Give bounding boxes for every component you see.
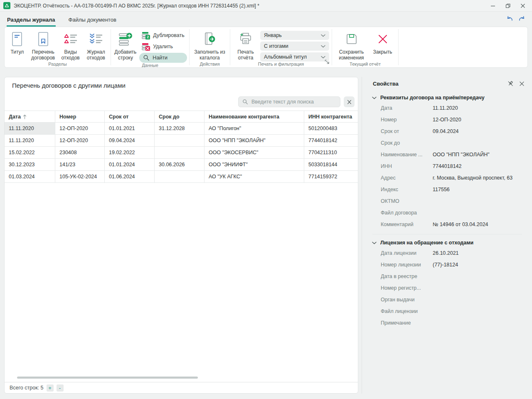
table-row: 15.02.2022 230408 19.02.2022 ООО "ЭКОСЕР… [5, 147, 358, 159]
delete-row-button[interactable]: Удалить [139, 42, 187, 52]
cell-counterparty-name[interactable]: ООО "ЭКОСЕРВИС" [204, 147, 304, 159]
horizontal-scrollbar-thumb[interactable] [17, 377, 198, 379]
titul-button[interactable]: Титул [7, 29, 27, 56]
chevron-down-icon [321, 34, 325, 37]
cell-term-to[interactable]: 31.12.2028 [155, 123, 204, 135]
ribbon-group-data: Добавить строку 2 Дублировать Удалить [111, 27, 189, 67]
contracts-list-button[interactable]: Перечень договоров [29, 29, 57, 62]
column-header-term-from[interactable]: Срок от [105, 111, 155, 123]
cell-date[interactable]: 30.12.2023 [5, 159, 55, 171]
cell-counterparty-name[interactable]: АО "Полигон" [204, 123, 304, 135]
property-label: Дата в реестре [381, 273, 433, 279]
fill-from-catalog-button[interactable]: Заполнить из каталога [192, 29, 227, 62]
cell-term-from[interactable]: 01.06.2024 [105, 171, 155, 183]
tab-journal-sections[interactable]: Разделы журнала [7, 13, 56, 27]
cell-term-from[interactable]: 01.01.2024 [105, 159, 155, 171]
close-panel-icon[interactable] [519, 81, 525, 86]
month-dropdown[interactable]: Январь [260, 31, 329, 40]
properties-header: Свойства [366, 77, 529, 89]
collapse-chevron-icon [372, 241, 377, 244]
search-input[interactable] [251, 99, 336, 105]
contracts-list-button-label: Перечень договоров [30, 49, 56, 61]
table-row: 30.12.2023 141/23 01.01.2024 30.06.2026 … [5, 159, 358, 171]
cell-term-from[interactable]: 19.02.2022 [105, 147, 155, 159]
total-rows-label: Всего строк: 5 [10, 385, 44, 391]
waste-types-button[interactable]: Виды отходов [59, 29, 82, 62]
cell-counterparty-inn[interactable]: 7714159372 [304, 171, 358, 183]
property-value[interactable]: 12-ОП-2020 [433, 117, 461, 123]
cell-counterparty-name[interactable]: ООО "ЭНИИФТ" [204, 159, 304, 171]
property-value[interactable]: г. Москва, Выездной проспект, 63 [433, 175, 512, 181]
waste-journal-list-icon [89, 30, 103, 48]
cell-date[interactable]: 11.11.2020 [5, 135, 55, 147]
property-value[interactable]: 11.11.2020 [433, 105, 458, 111]
title-layout-dropdown[interactable]: Альбомный титул [260, 52, 329, 62]
undo-icon[interactable] [506, 15, 513, 23]
cell-term-to[interactable] [155, 135, 204, 147]
tab-document-files[interactable]: Файлы документов [68, 13, 117, 27]
license-section-header[interactable]: Лицензия на обращение с отходами [366, 234, 529, 247]
clear-search-button[interactable] [344, 96, 355, 107]
contract-section-header[interactable]: Реквизиты договора на приём/передачу [366, 89, 529, 102]
column-header-number[interactable]: Номер [55, 111, 105, 123]
duplicate-row-button[interactable]: 2 Дублировать [139, 30, 187, 40]
cell-number[interactable]: 12-ОП-2020 [55, 123, 105, 135]
cell-number[interactable]: 141/23 [55, 159, 105, 171]
panel-splitter[interactable] [362, 77, 362, 394]
save-changes-button[interactable]: Сохранить изменения [335, 29, 368, 62]
zoom-out-button[interactable]: - [57, 384, 64, 392]
restore-button[interactable] [501, 1, 515, 10]
totals-dropdown[interactable]: С итогами [260, 42, 329, 51]
minimize-button[interactable] [486, 1, 500, 10]
close-report-button[interactable]: Закрыть [370, 29, 396, 56]
column-header-counterparty-name[interactable]: Наименование контрагента [204, 111, 304, 123]
property-row: Файл лицензии [366, 305, 529, 317]
property-value[interactable]: № 14946 от 03.04.2024 [433, 222, 488, 227]
property-value[interactable]: ООО "НПП "ЭКОЛАЙН" [433, 152, 490, 158]
cell-term-to[interactable]: 30.06.2026 [155, 159, 204, 171]
column-header-date[interactable]: Дата [5, 111, 55, 123]
cell-term-from[interactable]: 09.04.2024 [105, 135, 155, 147]
property-row: Номер регистр... [366, 282, 529, 294]
cell-counterparty-name[interactable]: АО "УК АГКС" [204, 171, 304, 183]
save-floppy-icon [345, 30, 358, 48]
property-row: Файл договора [366, 207, 529, 219]
property-label: Наименование ... [381, 152, 433, 158]
cell-term-to[interactable] [155, 171, 204, 183]
find-button[interactable]: Найти [139, 53, 187, 63]
column-header-term-to[interactable]: Срок до [155, 111, 204, 123]
redo-icon[interactable] [518, 15, 525, 23]
cell-date[interactable]: 11.11.2020 [5, 123, 55, 135]
property-value[interactable]: 09.04.2024 [433, 128, 459, 134]
close-window-button[interactable] [516, 1, 530, 10]
property-value[interactable]: 26.10.2021 [433, 250, 459, 256]
cell-number[interactable]: 12-ОП-2020 [55, 135, 105, 147]
column-header-counterparty-inn[interactable]: ИНН контрагента [304, 111, 358, 123]
zoom-in-button[interactable]: + [47, 384, 54, 392]
cell-term-from[interactable]: 01.01.2021 [105, 123, 155, 135]
print-report-button[interactable]: Печать отчёта [233, 29, 259, 62]
property-value[interactable]: 7744018142 [433, 163, 462, 169]
unpin-icon[interactable] [507, 81, 514, 87]
property-value[interactable]: 117556 [433, 187, 450, 192]
waste-journal-button[interactable]: Журнал отходов [84, 29, 108, 62]
cell-date[interactable]: 15.02.2022 [5, 147, 55, 159]
property-label: ИНН [381, 163, 433, 169]
add-row-button[interactable]: Добавить строку [113, 29, 138, 62]
title-bar: ЭКОЦЕНТР. Отчётность - АА-0178-001499-П … [0, 0, 532, 12]
cell-counterparty-inn[interactable]: 7704211310 [304, 147, 358, 159]
cell-counterparty-name[interactable]: ООО "НПП "ЭКОЛАЙН" [204, 135, 304, 147]
column-header-date-label: Дата [9, 114, 21, 120]
cell-number[interactable]: 105-УК-02-2024 [55, 171, 105, 183]
dialog-launcher-icon[interactable] [325, 59, 330, 66]
cell-counterparty-inn[interactable]: 7744018142 [304, 135, 358, 147]
cell-counterparty-inn[interactable]: 5012000483 [304, 123, 358, 135]
cell-term-to[interactable] [155, 147, 204, 159]
properties-header-icons [507, 81, 525, 87]
cell-counterparty-inn[interactable]: 5033018144 [304, 159, 358, 171]
property-value[interactable]: (77)-18124 [433, 262, 458, 268]
cell-date[interactable]: 01.03.2024 [5, 171, 55, 183]
property-label: Срок до [381, 140, 433, 146]
delete-icon [142, 43, 150, 51]
cell-number[interactable]: 230408 [55, 147, 105, 159]
